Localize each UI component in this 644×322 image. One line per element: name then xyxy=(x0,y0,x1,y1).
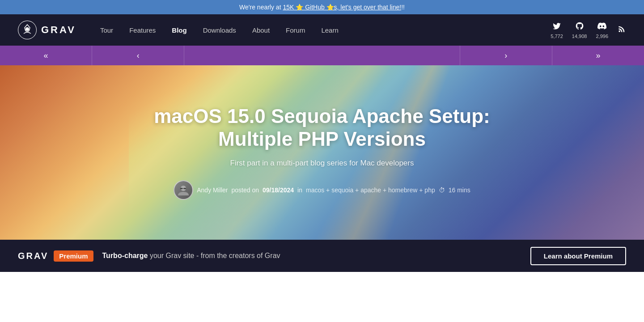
nav-blog[interactable]: Blog xyxy=(165,23,193,38)
tags-prefix: in xyxy=(297,186,302,194)
nav-features[interactable]: Features xyxy=(123,23,162,38)
hero-title: macOS 15.0 Sequoia Apache Setup: Multipl… xyxy=(139,105,505,150)
premium-bar: GRAV Premium Turbo-charge your Grav site… xyxy=(0,240,644,272)
twitter-link[interactable]: 5,772 xyxy=(551,21,563,39)
nav-socials: 5,772 14,908 2,996 xyxy=(551,21,626,39)
read-time: 16 mins xyxy=(449,186,470,194)
slider-nav: « ‹ › » xyxy=(0,46,644,65)
slider-first-button[interactable]: « xyxy=(0,46,92,65)
clock-icon: ⏱ xyxy=(439,186,445,194)
discord-link[interactable]: 2,996 xyxy=(596,21,608,39)
svg-rect-4 xyxy=(184,188,186,189)
premium-desc-rest: your Grav site - from the creators of Gr… xyxy=(148,252,280,259)
slider-last-button[interactable]: » xyxy=(552,46,644,65)
twitter-count: 5,772 xyxy=(551,34,563,39)
navbar: GRAV Tour Features Blog Downloads About … xyxy=(0,14,644,46)
nav-downloads[interactable]: Downloads xyxy=(197,23,242,38)
logo-area[interactable]: GRAV xyxy=(18,21,76,39)
slider-next-button[interactable]: › xyxy=(460,46,552,65)
posted-prefix: posted on xyxy=(231,186,259,194)
nav-forum[interactable]: Forum xyxy=(280,23,311,38)
post-date: 09/18/2024 xyxy=(263,186,294,194)
nav-about[interactable]: About xyxy=(246,23,276,38)
author-avatar xyxy=(174,180,193,200)
github-count: 14,908 xyxy=(572,34,587,39)
learn-premium-button[interactable]: Learn about Premium xyxy=(530,247,626,265)
post-tags: macos + sequoia + apache + homebrew + ph… xyxy=(306,186,435,194)
logo-icon xyxy=(18,21,37,39)
discord-icon xyxy=(597,21,606,33)
author-name: Andy Miller xyxy=(197,186,228,194)
twitter-icon xyxy=(552,21,561,33)
discord-count: 2,996 xyxy=(596,34,608,39)
hero-content: macOS 15.0 Sequoia Apache Setup: Multipl… xyxy=(121,105,523,199)
github-icon xyxy=(575,21,584,33)
premium-description: Turbo-charge your Grav site - from the c… xyxy=(102,252,521,260)
premium-turbo-label: Turbo-charge xyxy=(102,252,148,259)
slider-divider-2 xyxy=(184,46,184,65)
nav-tour[interactable]: Tour xyxy=(94,23,119,38)
top-banner: We're nearly at 15K ⭐ GitHub ⭐s, let's g… xyxy=(0,0,644,14)
nav-learn[interactable]: Learn xyxy=(315,23,344,38)
banner-text-after: !! xyxy=(401,4,405,11)
hero-section: macOS 15.0 Sequoia Apache Setup: Multipl… xyxy=(0,65,644,240)
banner-link[interactable]: 15K ⭐ GitHub ⭐s, let's get over that lin… xyxy=(283,4,401,11)
banner-text-before: We're nearly at xyxy=(239,4,283,11)
premium-logo: GRAV Premium xyxy=(18,250,93,262)
slider-prev-button[interactable]: ‹ xyxy=(92,46,184,65)
logo-text: GRAV xyxy=(41,24,76,36)
hero-meta: Andy Miller posted on 09/18/2024 in maco… xyxy=(139,180,505,200)
premium-badge: Premium xyxy=(54,250,93,262)
rss-icon xyxy=(617,25,626,36)
premium-grav-logo: GRAV xyxy=(18,251,48,261)
svg-rect-3 xyxy=(180,188,182,189)
nav-links: Tour Features Blog Downloads About Forum… xyxy=(94,23,551,38)
rss-link[interactable] xyxy=(617,25,626,36)
github-link[interactable]: 14,908 xyxy=(572,21,587,39)
svg-point-1 xyxy=(25,27,29,31)
hero-subtitle: First part in a multi-part blog series f… xyxy=(139,159,505,168)
